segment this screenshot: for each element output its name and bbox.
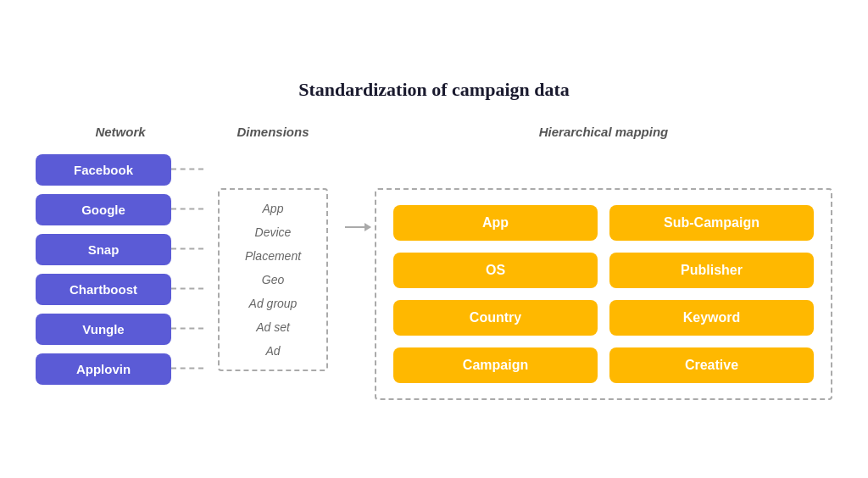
columns-layout: Network FacebookGoogleSnapChartboostVung… [36, 125, 832, 400]
main-container: Standardization of campaign data Network… [27, 62, 841, 417]
dimension-item: Geo [262, 273, 284, 286]
mapping-box: AppSub-CampaignOSPublisherCountryKeyword… [375, 188, 832, 400]
dimension-item: Ad set [256, 320, 290, 334]
mapping-header: Hierarchical mapping [539, 125, 669, 139]
dimension-item: Ad [265, 344, 280, 358]
dimension-item: Placement [245, 249, 301, 263]
mapping-column: Hierarchical mapping AppSub-CampaignOSPu… [375, 125, 832, 400]
arrow-connector [341, 226, 375, 228]
network-btn: Vungle [36, 314, 171, 345]
network-items-list: FacebookGoogleSnapChartboostVungleApplov… [36, 154, 205, 385]
network-btn: Chartboost [36, 274, 171, 305]
dimension-item: Device [255, 225, 292, 239]
mapping-btn: App [393, 205, 598, 241]
network-column: Network FacebookGoogleSnapChartboostVung… [36, 125, 205, 385]
mapping-btn: Sub-Campaign [609, 205, 814, 241]
dimensions-header: Dimensions [236, 125, 309, 139]
network-btn: Applovin [36, 353, 171, 385]
network-header: Network [95, 125, 145, 139]
dimension-item: Ad group [249, 297, 298, 310]
page-title: Standardization of campaign data [36, 79, 832, 101]
mapping-btn: OS [393, 253, 598, 288]
arrow-right-icon [345, 226, 370, 228]
mapping-btn: Campaign [393, 347, 598, 383]
mapping-btn: Country [393, 300, 598, 336]
dimensions-box: AppDevicePlacementGeoAd groupAd setAd [218, 188, 328, 371]
mapping-grid: AppSub-CampaignOSPublisherCountryKeyword… [393, 205, 814, 383]
mapping-btn: Creative [609, 347, 814, 383]
network-btn: Google [36, 194, 171, 225]
mapping-btn: Keyword [609, 300, 814, 336]
dimensions-column: Dimensions AppDevicePlacementGeoAd group… [205, 125, 341, 371]
network-btn: Snap [36, 234, 171, 265]
network-btn: Facebook [36, 154, 171, 186]
dimension-item: App [263, 202, 284, 215]
mapping-btn: Publisher [609, 253, 814, 288]
